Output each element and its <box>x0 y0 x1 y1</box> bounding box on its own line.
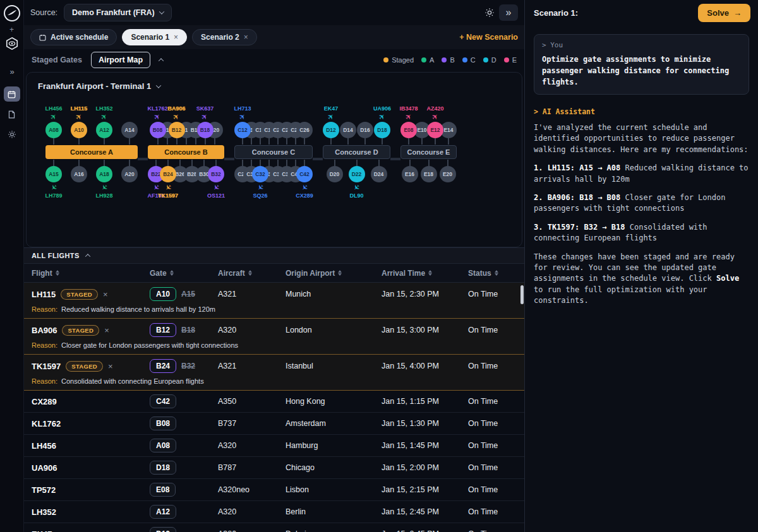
gate-circle[interactable]: A12 <box>96 122 112 138</box>
aircraft-cell: A321 <box>218 290 286 299</box>
old-gate: B32 <box>181 362 195 370</box>
table-row[interactable]: TP572E08A320neoLisbonJan 15, 2:15 PMOn T… <box>24 479 524 501</box>
column-header-flight[interactable]: Flight <box>32 269 150 278</box>
table-row-main[interactable]: UA906D18B787ChicagoJan 15, 2:00 PMOn Tim… <box>24 457 524 478</box>
arrival-cell: Jan 15, 3:00 PM <box>382 326 468 334</box>
gate-circle[interactable]: C32 <box>252 166 268 182</box>
gate-circle[interactable]: A15 <box>45 166 62 182</box>
table-row[interactable]: TK1597STAGED×B24B32A321IstanbulJan 15, 4… <box>24 355 524 391</box>
column-header-origin-airport[interactable]: Origin Airport <box>286 269 382 278</box>
plane-icon <box>362 114 369 121</box>
concourse-bar[interactable]: Concourse C <box>234 145 313 159</box>
gate-circle[interactable]: C42 <box>296 166 313 182</box>
collapse-panel-button[interactable]: » <box>499 4 518 21</box>
gate-circle[interactable]: A10 <box>71 122 87 138</box>
gate-circle[interactable]: B12 <box>169 122 185 138</box>
table-row-main[interactable]: LH456A08A320HamburgJan 15, 1:45 PMOn Tim… <box>24 435 524 456</box>
add-icon[interactable]: + <box>9 25 14 34</box>
table-row[interactable]: UA906D18B787ChicagoJan 15, 2:00 PMOn Tim… <box>24 457 524 479</box>
table-row[interactable]: EK47D12A380DubaiJan 15, 2:45 PMOn Time <box>24 523 524 532</box>
gate-circle[interactable]: D22 <box>349 166 365 182</box>
tab-scenario-2[interactable]: Scenario 2 × <box>192 29 257 45</box>
gate-circle[interactable]: E08 <box>400 122 417 138</box>
gate-circle[interactable]: D20 <box>327 166 343 182</box>
sidebar-item-documents[interactable] <box>4 107 20 122</box>
column-header-gate[interactable]: Gate <box>150 269 218 278</box>
table-row-main[interactable]: EK47D12A380DubaiJan 15, 2:45 PMOn Time <box>24 523 524 532</box>
table-row[interactable]: KL1762B08B737AmsterdamJan 15, 1:30 PMOn … <box>24 413 524 435</box>
gate-circle[interactable]: E12 <box>427 122 443 138</box>
unstage-close-icon[interactable]: × <box>108 362 113 371</box>
gate-circle[interactable]: E18 <box>421 166 437 182</box>
concourse-bar[interactable]: Concourse D <box>323 145 390 159</box>
gate-row: D20D22✈DL90D24 <box>323 160 390 199</box>
table-row[interactable]: LH456A08A320HamburgJan 15, 1:45 PMOn Tim… <box>24 435 524 457</box>
concourse-bar[interactable]: Concourse E <box>400 145 457 159</box>
table-row[interactable]: BA906STAGED×B12B18A320LondonJan 15, 3:00… <box>24 319 524 355</box>
gate-circle[interactable]: A08 <box>45 122 62 138</box>
column-header-status[interactable]: Status <box>468 269 524 278</box>
gate-stem <box>304 138 305 145</box>
flight-number: LH115 <box>32 290 56 299</box>
table-row-main[interactable]: CX289C42A350Hong KongJan 15, 1:15 PMOn T… <box>24 391 524 412</box>
collapse-map-icon[interactable] <box>159 58 164 63</box>
gate-circle[interactable]: B24 <box>160 166 176 182</box>
unstage-close-icon[interactable]: × <box>103 290 108 299</box>
gate-circle[interactable]: D16 <box>357 122 373 138</box>
close-icon[interactable]: × <box>244 33 248 42</box>
tab-airport-map[interactable]: Airport Map <box>91 52 150 68</box>
sidebar-item-schedule[interactable] <box>4 86 20 102</box>
tab-active-schedule[interactable]: Active schedule <box>30 29 117 45</box>
source-select[interactable]: Demo Frankfurt (FRA) <box>64 4 172 21</box>
table-row-main[interactable]: LH352A12A320BerlinJan 15, 2:45 PMOn Time <box>24 501 524 523</box>
plane-icon: ✈ <box>376 112 388 123</box>
gate-circle[interactable]: A16 <box>71 166 87 182</box>
table-row-main[interactable]: TP572E08A320neoLisbonJan 15, 2:15 PMOn T… <box>24 479 524 500</box>
unstage-close-icon[interactable]: × <box>104 326 109 335</box>
gate-circle[interactable]: D14 <box>340 122 356 138</box>
table-row-main[interactable]: TK1597STAGED×B24B32A321IstanbulJan 15, 4… <box>24 355 524 377</box>
terminal-select[interactable]: Frankfurt Airport - Terminal 1 <box>27 73 160 91</box>
gate-circle[interactable]: C12 <box>234 122 251 138</box>
table-row[interactable]: CX289C42A350Hong KongJan 15, 1:15 PMOn T… <box>24 391 524 413</box>
plane-icon: ✈ <box>99 112 110 123</box>
new-scenario-button[interactable]: + New Scenario <box>459 33 518 42</box>
gate-circle[interactable]: C26 <box>296 122 313 138</box>
column-header-aircraft[interactable]: Aircraft <box>218 269 286 278</box>
tab-label: Scenario 2 <box>201 33 239 42</box>
gate-circle[interactable]: E16 <box>402 166 418 182</box>
scrollbar-thumb[interactable] <box>520 285 524 304</box>
gate-circle[interactable]: D24 <box>371 166 387 182</box>
all-flights-bar[interactable]: ALL FLIGHTS <box>24 247 524 264</box>
concourse-bar[interactable]: Concourse B <box>148 145 224 159</box>
table-row-main[interactable]: KL1762B08B737AmsterdamJan 15, 1:30 PMOn … <box>24 413 524 434</box>
gate-circle[interactable]: D12 <box>323 122 339 138</box>
expand-rail-icon[interactable]: » <box>9 67 13 76</box>
tab-label: Scenario 1 <box>131 33 169 42</box>
gate-row: A15✈LH789A16A18✈LH928A20 <box>45 160 138 199</box>
tab-staged-gates[interactable]: Staged Gates <box>32 56 82 64</box>
close-icon[interactable]: × <box>174 33 178 42</box>
sidebar-item-settings[interactable] <box>4 127 20 142</box>
collapse-section-icon[interactable] <box>85 254 90 259</box>
concourse-bar[interactable]: Concourse A <box>45 145 138 159</box>
gate-circle[interactable]: B08 <box>150 122 166 138</box>
column-header-arrival-time[interactable]: Arrival Time <box>382 269 468 278</box>
gate-circle[interactable]: B18 <box>197 122 214 138</box>
solve-button[interactable]: Solve→ <box>698 4 750 22</box>
gate-legend: StagedABCDE <box>383 56 517 64</box>
gate-circle[interactable]: E20 <box>440 166 456 182</box>
tab-scenario-1[interactable]: Scenario 1 × <box>122 29 187 45</box>
table-row-main[interactable]: BA906STAGED×B12B18A320LondonJan 15, 3:00… <box>24 319 524 341</box>
gate-circle[interactable]: A18 <box>96 166 112 182</box>
table-row[interactable]: LH352A12A320BerlinJan 15, 2:45 PMOn Time <box>24 501 524 523</box>
gate-circle[interactable]: A14 <box>121 122 138 138</box>
legend-dot-icon <box>462 57 467 62</box>
gate-stem <box>378 160 380 166</box>
gate-circle[interactable]: B32 <box>208 166 224 182</box>
theme-toggle-button[interactable] <box>480 4 499 21</box>
table-row-main[interactable]: LH115STAGED×A10A15A321MunichJan 15, 2:30… <box>24 283 524 305</box>
table-row[interactable]: LH115STAGED×A10A15A321MunichJan 15, 2:30… <box>24 283 524 319</box>
gate-circle[interactable]: D18 <box>374 122 390 138</box>
gate-circle[interactable]: A20 <box>121 166 138 182</box>
